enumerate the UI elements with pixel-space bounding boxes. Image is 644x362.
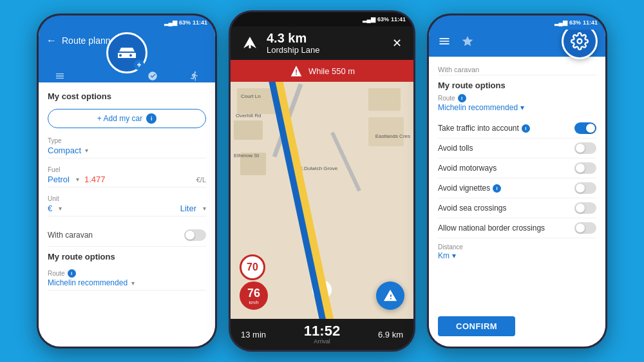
svg-point-3 (578, 39, 582, 44)
caravan-toggle[interactable] (184, 229, 206, 241)
right-tab-star[interactable] (461, 35, 474, 50)
add-car-label: + Add my car (97, 114, 142, 123)
battery-left: 63% (179, 19, 191, 26)
speed-limit-sign: 70 (240, 254, 265, 280)
type-field: Type Compact ▾ (48, 137, 206, 158)
left-phone: ▂▄▆ 63% 11:41 ← Route planner (37, 14, 217, 348)
navigation-bottom-bar: 13 min 11:52 Arrival 6.9 km (231, 319, 413, 350)
phones-container: ▂▄▆ 63% 11:41 ← Route planner (0, 0, 644, 362)
distance-select[interactable]: Km ▾ (438, 251, 596, 260)
type-label: Type (48, 137, 206, 144)
route-value-left[interactable]: Michelin recommended (48, 278, 128, 287)
type-value[interactable]: Compact (48, 146, 81, 155)
option-motorways: Avoid motorways (438, 158, 596, 178)
vignettes-knob (576, 184, 585, 193)
option-border-label: Allow national border crossings (438, 224, 545, 233)
settings-icon-circle[interactable] (562, 30, 598, 59)
tolls-toggle[interactable] (574, 142, 596, 154)
middle-phone: ▂▄▆ 63% 11:41 4.3 km Lordship Lane ✕ (229, 10, 415, 352)
route-info-icon[interactable]: i (68, 269, 76, 278)
status-bar-right: ▂▄▆ 63% 11:41 (429, 15, 605, 30)
fuel-currency: €/L (196, 176, 206, 184)
route-option-label: Route i (438, 94, 596, 102)
fuel-field: Fuel Petrol ▾ 1.477 €/L (48, 166, 206, 187)
confirm-button[interactable]: CONFIRM (438, 316, 515, 336)
back-button[interactable]: ← (46, 35, 57, 46)
sea-toggle[interactable] (574, 202, 596, 214)
car-icon-container[interactable]: + (106, 32, 147, 73)
map-block (368, 117, 404, 146)
add-badge: + (134, 60, 144, 70)
option-vignettes-label: Avoid vignettes i (438, 184, 501, 193)
caravan-label: With caravan (48, 231, 93, 240)
map-block (237, 88, 276, 114)
info-icon-car[interactable]: i (146, 113, 156, 124)
warning-text: While 550 m (308, 66, 355, 76)
right-header-tabs (438, 35, 474, 50)
time-left: 11:41 (193, 19, 207, 26)
unit-measure[interactable]: Liter (180, 204, 196, 213)
middle-screen: 4.3 km Lordship Lane ✕ ! While 550 m (231, 26, 413, 350)
vignettes-toggle[interactable] (574, 182, 596, 194)
option-sea-crossings: Avoid sea crossings (438, 198, 596, 218)
fuel-chevron: ▾ (76, 176, 79, 183)
option-motorways-label: Avoid motorways (438, 164, 497, 173)
total-distance: 6.9 km (378, 330, 403, 339)
tolls-knob (576, 144, 585, 153)
map-block (234, 120, 263, 140)
option-tolls-label: Avoid tolls (438, 144, 473, 153)
route-info-right[interactable]: i (458, 94, 466, 102)
fuel-value[interactable]: Petrol (48, 175, 70, 184)
traffic-knob (586, 124, 595, 133)
route-chevron: ▾ (131, 280, 135, 287)
tab-walk[interactable] (176, 67, 213, 82)
signal-mid: ▂▄▆ (363, 16, 375, 23)
cost-section-title: My cost options (48, 91, 206, 101)
map-label-1: Court Ln (241, 93, 261, 99)
distance-chevron: ▾ (452, 251, 456, 260)
left-content: My cost options + Add my car i Type Comp… (39, 82, 215, 347)
time-right: 11:41 (583, 19, 598, 26)
unit-currency[interactable]: € (48, 204, 52, 213)
fuel-label: Fuel (48, 166, 206, 173)
option-vignettes: Avoid vignettes i (438, 178, 596, 198)
map-header: 4.3 km Lordship Lane ✕ (231, 26, 413, 60)
signal-right: ▂▄▆ (554, 19, 567, 26)
speed-unit: km/h (249, 300, 258, 305)
route-chevron-right: ▾ (520, 103, 524, 112)
report-button[interactable] (376, 281, 404, 310)
border-toggle[interactable] (574, 222, 596, 234)
signal-icon: ▂▄▆ (164, 19, 177, 26)
option-traffic: Take traffic into account i (438, 119, 596, 138)
map-area: Court Ln Overhill Rd Etherow St Eastland… (231, 82, 413, 319)
traffic-info-icon[interactable]: i (522, 124, 530, 133)
caravan-knob (185, 231, 194, 240)
option-tolls: Avoid tolls (438, 138, 596, 158)
nav-tabs: + (39, 50, 215, 82)
traffic-toggle[interactable] (574, 122, 596, 134)
option-border-crossings: Allow national border crossings (438, 218, 596, 238)
battery-mid: 63% (377, 16, 389, 23)
route-section-title: My route options (48, 252, 206, 262)
vignettes-info-icon[interactable]: i (493, 184, 501, 193)
motorways-toggle[interactable] (574, 162, 596, 174)
street-name: Lordship Lane (267, 45, 383, 55)
unit-chevron1: ▾ (59, 205, 62, 212)
map-label-5: E.Dulwich Grove (299, 166, 338, 171)
right-header (429, 30, 605, 57)
right-tab-nav[interactable] (438, 35, 451, 50)
option-sea-label: Avoid sea crossings (438, 204, 507, 213)
map-block (368, 88, 401, 111)
arrival-clock: 11:52 (304, 324, 340, 338)
motorways-knob (576, 164, 585, 173)
type-chevron: ▾ (85, 147, 88, 154)
current-speed-display: 76 km/h (240, 281, 268, 310)
eta-minutes: 13 min (241, 330, 266, 339)
right-content: With caravan My route options Route i Mi… (429, 57, 605, 310)
route-select[interactable]: Michelin recommended ▾ (438, 103, 596, 112)
add-car-button[interactable]: + Add my car i (48, 109, 206, 128)
tab-settings[interactable] (42, 67, 78, 82)
close-button[interactable]: ✕ (390, 33, 404, 53)
map-label-2: Overhill Rd (236, 113, 261, 119)
caravan-toggle-row: With caravan (48, 224, 206, 247)
